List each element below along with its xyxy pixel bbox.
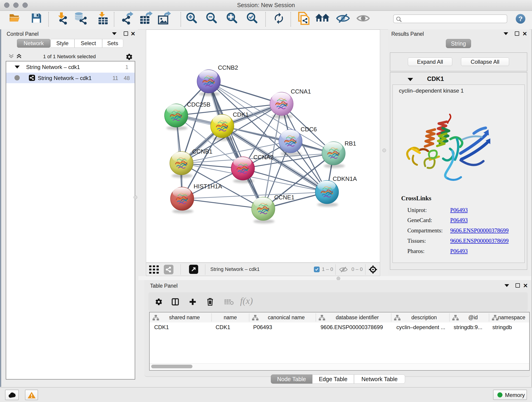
svg-text:CCNB1: CCNB1 <box>192 148 212 155</box>
svg-text:CCNA2: CCNA2 <box>253 154 273 161</box>
svg-text:CDC25B: CDC25B <box>187 101 210 108</box>
svg-text:CCNA1: CCNA1 <box>291 88 311 95</box>
svg-text:CDKN1A: CDKN1A <box>333 175 357 182</box>
svg-text:CDK1: CDK1 <box>233 111 249 118</box>
svg-text:HIST1H1A: HIST1H1A <box>194 183 222 190</box>
svg-text:CCNB2: CCNB2 <box>218 64 238 71</box>
svg-text:CDC6: CDC6 <box>301 126 317 133</box>
svg-text:RB1: RB1 <box>345 140 356 147</box>
svg-text:CCNE1: CCNE1 <box>274 194 294 201</box>
